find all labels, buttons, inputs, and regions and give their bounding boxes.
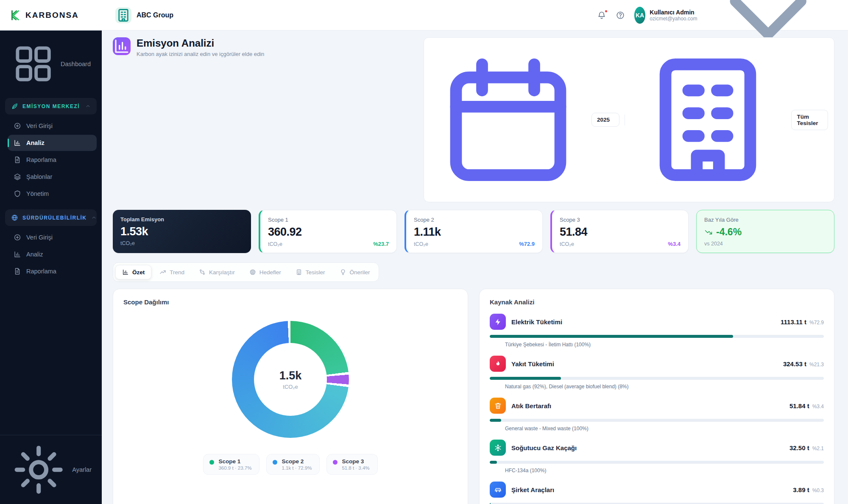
layers-icon [14, 173, 21, 181]
legend-name: Scope 3 [342, 458, 369, 465]
sidebar-item-label: Analiz [26, 139, 45, 146]
progress-track [490, 461, 824, 464]
facility-select[interactable]: Tüm Tesisler [791, 110, 828, 130]
sidebar-item-label: Şablonlar [26, 173, 52, 180]
legend-item-scope-1: Scope 1360.9 t · 23.7% [203, 454, 259, 475]
scope-distribution-card: Scope Dağılımı 1.5k tCO₂e Scope 1360.9 t… [113, 289, 468, 504]
card-title: Scope Dağılımı [123, 298, 457, 306]
stat-label: Scope 3 [560, 217, 681, 223]
bar-chart-icon [14, 139, 21, 147]
stat-card-scope-3: Scope 351.84tCO₂e%3.4 [550, 210, 689, 253]
source-row-sirket-araclari: Şirket Araçları3.89 t%0.3Average car (10… [490, 482, 824, 504]
stat-unit: tCO₂e [560, 241, 574, 247]
org-badge: ABC Group [115, 7, 173, 23]
plus-circle-icon [14, 234, 21, 241]
tab-hedefler[interactable]: Hedefler [243, 265, 287, 279]
stat-pct: %3.4 [668, 241, 681, 247]
tab-trend[interactable]: Trend [153, 265, 191, 279]
compare-icon [199, 269, 206, 276]
progress-fill [490, 461, 497, 464]
sidebar-item-analiz[interactable]: Analiz [8, 246, 97, 262]
stat-unit: tCO₂e [268, 241, 282, 247]
sidebar-nav: Dashboard EMİSYON MERKEZİVeri GirişiAnal… [0, 31, 102, 435]
plus-circle-icon [14, 122, 21, 130]
sidebar-item-veri-girisi[interactable]: Veri Girişi [8, 118, 97, 134]
stat-pct: %23.7 [373, 241, 389, 247]
stat-label: Baz Yıla Göre [704, 217, 826, 223]
legend-item-scope-3: Scope 351.8 t · 3.4% [326, 454, 377, 475]
sidebar-item-raporlama[interactable]: Raporlama [8, 263, 97, 279]
tab-label: Öneriler [350, 269, 370, 276]
sidebar-item-ayarlar[interactable]: Ayarlar [0, 435, 102, 504]
year-select-value: 2025 [597, 117, 610, 123]
file-text-icon [14, 267, 21, 275]
tab-karsilastir[interactable]: Karşılaştır [192, 265, 241, 279]
tab-ozet[interactable]: Özet [115, 265, 151, 279]
trash-icon [494, 402, 502, 410]
legend-item-scope-2: Scope 21.1k t · 72.9% [266, 454, 320, 475]
calendar-icon [430, 42, 586, 198]
avatar: KA [634, 7, 646, 24]
zap-icon [490, 314, 506, 330]
progress-track [490, 335, 824, 338]
donut-chart: 1.5k tCO₂e [232, 321, 349, 438]
help-button[interactable] [616, 11, 625, 20]
stat-unit: tCO₂e [120, 240, 135, 246]
source-detail: Türkiye Şebekesi - İletim Hattı (100%) [505, 342, 824, 348]
source-analysis-card: Kaynak Analizi Elektrik Tüketimi1113.11 … [479, 289, 834, 504]
source-detail: HFC-134a (100%) [505, 468, 824, 473]
legend-dot [273, 460, 277, 465]
source-pct: %3.4 [812, 404, 824, 409]
sidebar-footer-label: Ayarlar [72, 466, 92, 473]
car-icon [490, 482, 506, 498]
source-value: 324.53 t [783, 360, 806, 368]
sidebar-item-yonetim[interactable]: Yönetim [8, 186, 97, 202]
snowflake-icon [490, 440, 506, 456]
stat-value: 1.11k [414, 226, 535, 239]
trending-down-icon [704, 228, 713, 237]
sidebar-item-raporlama[interactable]: Raporlama [8, 152, 97, 168]
sidebar-item-label: Raporlama [26, 156, 56, 163]
lightbulb-icon [340, 269, 346, 276]
building-icon [115, 7, 131, 23]
org-name: ABC Group [137, 11, 173, 19]
tab-label: Trend [170, 269, 184, 276]
legend-name: Scope 2 [282, 458, 312, 465]
snowflake-icon [494, 444, 502, 452]
page-subtitle: Karbon ayak izinizi analiz edin ve içgör… [137, 51, 264, 57]
sidebar-item-veri-girisi[interactable]: Veri Girişi [8, 229, 97, 245]
source-pct: %2.1 [812, 446, 824, 451]
building-icon [630, 42, 786, 198]
tab-tesisler[interactable]: Tesisler [289, 265, 332, 279]
source-row-elektrik-tuketimi: Elektrik Tüketimi1113.11 t%72.9Türkiye Ş… [490, 314, 824, 348]
year-select[interactable]: 2025 [591, 113, 619, 127]
sidebar-section-surdurulebi-li-rli-k[interactable]: SÜRDÜRÜLEBİLİRLİK [5, 209, 97, 226]
tab-oneriler[interactable]: Öneriler [333, 265, 377, 279]
topbar: ABC Group KA Kullanıcı Admin ozicmet@yah… [102, 0, 848, 31]
progress-track [490, 419, 824, 422]
legend-dot [333, 460, 338, 465]
flame-icon [494, 360, 502, 368]
tab-bar: ÖzetTrendKarşılaştırHedeflerTesislerÖner… [113, 262, 379, 282]
source-value: 3.89 t [793, 486, 809, 493]
source-name: Elektrik Tüketimi [511, 318, 562, 326]
sidebar: KARBONSA Dashboard EMİSYON MERKEZİVeri G… [0, 0, 102, 504]
sidebar-section-emi-syon-merkezi[interactable]: EMİSYON MERKEZİ [5, 98, 97, 114]
sidebar-item-label: Raporlama [26, 268, 56, 275]
file-text-icon [14, 156, 21, 164]
sidebar-item-dashboard[interactable]: Dashboard [5, 37, 97, 90]
sidebar-item-analiz[interactable]: Analiz [8, 135, 97, 151]
sidebar-item-label: Dashboard [61, 61, 91, 67]
notifications-button[interactable] [597, 11, 606, 20]
sidebar-item-label: Yönetim [26, 190, 49, 197]
legend-detail: 360.9 t · 23.7% [218, 465, 251, 471]
source-detail: General waste - Mixed waste (100%) [505, 426, 824, 432]
chevron-up-icon [85, 103, 91, 109]
legend-detail: 51.8 t · 3.4% [342, 465, 369, 471]
stat-value: 51.84 [560, 226, 681, 239]
tab-label: Özet [132, 269, 145, 276]
section-label: SÜRDÜRÜLEBİLİRLİK [22, 215, 87, 221]
sidebar-item-sablonlar[interactable]: Şablonlar [8, 169, 97, 185]
sidebar-item-label: Veri Girişi [26, 234, 53, 241]
stat-value: -4.6% [704, 226, 826, 238]
